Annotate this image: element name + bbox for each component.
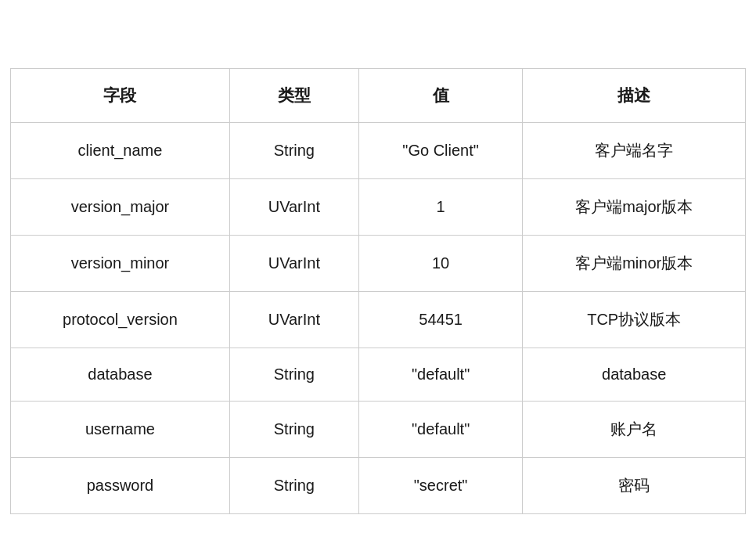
data-table: 字段 类型 值 描述 client_nameString"Go Client"客…	[10, 68, 746, 514]
table-header-row: 字段 类型 值 描述	[11, 69, 746, 123]
table-row: client_nameString"Go Client"客户端名字	[11, 123, 746, 179]
cell-field: username	[11, 402, 230, 458]
table-container: 字段 类型 值 描述 client_nameString"Go Client"客…	[10, 16, 746, 551]
column-header-value: 值	[358, 69, 523, 123]
cell-type: UVarInt	[229, 236, 358, 292]
cell-value: 10	[358, 236, 523, 292]
table-row: version_minorUVarInt10客户端minor版本	[11, 236, 746, 292]
table-row: passwordString"secret"密码	[11, 458, 746, 514]
table-row: protocol_versionUVarInt54451TCP协议版本	[11, 292, 746, 348]
cell-description: 账户名	[523, 402, 746, 458]
column-header-type: 类型	[229, 69, 358, 123]
cell-type: String	[229, 123, 358, 179]
cell-type: String	[229, 402, 358, 458]
cell-field: password	[11, 458, 230, 514]
cell-type: UVarInt	[229, 292, 358, 348]
cell-description: 客户端名字	[523, 123, 746, 179]
cell-value: "secret"	[358, 458, 523, 514]
cell-field: protocol_version	[11, 292, 230, 348]
cell-value: 1	[358, 179, 523, 236]
cell-description: 密码	[523, 458, 746, 514]
cell-field: version_major	[11, 179, 230, 236]
column-header-field: 字段	[11, 69, 230, 123]
cell-description: 客户端major版本	[523, 179, 746, 236]
cell-type: String	[229, 458, 358, 514]
cell-value: "default"	[358, 348, 523, 402]
cell-value: 54451	[358, 292, 523, 348]
table-row: version_majorUVarInt1客户端major版本	[11, 179, 746, 236]
cell-value: "Go Client"	[358, 123, 523, 179]
cell-type: String	[229, 348, 358, 402]
cell-field: version_minor	[11, 236, 230, 292]
cell-description: TCP协议版本	[523, 292, 746, 348]
cell-description: database	[523, 348, 746, 402]
cell-value: "default"	[358, 402, 523, 458]
cell-description: 客户端minor版本	[523, 236, 746, 292]
table-row: databaseString"default"database	[11, 348, 746, 402]
table-row: usernameString"default"账户名	[11, 402, 746, 458]
column-header-description: 描述	[523, 69, 746, 123]
cell-field: client_name	[11, 123, 230, 179]
cell-field: database	[11, 348, 230, 402]
cell-type: UVarInt	[229, 179, 358, 236]
